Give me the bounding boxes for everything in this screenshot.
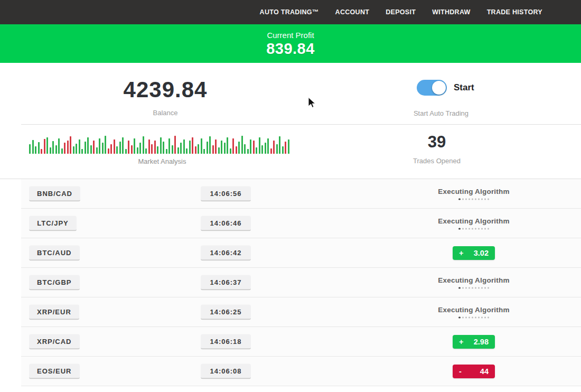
chart-bar <box>157 146 158 154</box>
chart-bar <box>238 142 240 154</box>
chart-bar <box>148 139 150 154</box>
trade-row: LTC/JPY14:06:46Executing Algorithm <box>21 209 581 238</box>
chart-bar <box>151 144 153 154</box>
chart-bar <box>46 137 48 154</box>
progress-dot <box>481 317 483 319</box>
chart-bar <box>145 148 147 154</box>
chart-bar <box>110 144 112 154</box>
trades-list: BNB/CAD14:06:56Executing AlgorithmLTC/JP… <box>0 179 581 386</box>
current-profit-label: Current Profit <box>267 31 314 40</box>
chart-bar <box>119 142 121 154</box>
chart-bar <box>67 141 69 154</box>
toggle-knob[interactable] <box>432 81 446 95</box>
chart-bar <box>259 137 260 154</box>
progress-dot <box>465 287 467 289</box>
trade-row: BTC/AUD14:06:42+3.02 <box>21 238 581 268</box>
executing-label: Executing Algorithm <box>421 276 527 284</box>
progress-dot <box>481 199 483 200</box>
chart-bar <box>32 140 34 154</box>
nav-item-auto-trading[interactable]: AUTO TRADING™ <box>260 8 319 16</box>
market-analysis-label: Market Analysis <box>57 157 268 165</box>
chart-bar <box>61 148 63 154</box>
start-auto-trading-label: Start Auto Trading <box>388 109 494 117</box>
progress-dot <box>478 287 480 289</box>
chart-bar <box>44 139 45 154</box>
progress-dot <box>488 287 489 289</box>
progress-dots <box>421 228 527 230</box>
time-chip: 14:06:46 <box>201 216 251 231</box>
chart-bar <box>38 142 40 154</box>
chart-bar <box>50 147 51 154</box>
chart-bar <box>76 144 77 154</box>
progress-dot <box>462 199 464 200</box>
trade-row: XRP/EUR14:06:25Executing Algorithm <box>21 297 581 327</box>
top-nav: AUTO TRADING™ACCOUNTDEPOSITWITHDRAWTRADE… <box>0 0 581 24</box>
section-divider <box>21 124 581 125</box>
chart-bar <box>116 146 118 154</box>
chart-bar <box>203 149 205 154</box>
market-analysis-chart <box>29 134 296 154</box>
pair-chip: BTC/AUD <box>29 245 80 260</box>
trade-row: BNB/CAD14:06:56Executing Algorithm <box>21 179 581 209</box>
progress-dot <box>468 317 470 319</box>
chart-bar <box>207 142 208 154</box>
time-chip: 14:06:42 <box>201 245 251 260</box>
trade-status: +2.98 <box>421 335 527 349</box>
trade-status: Executing Algorithm <box>421 187 527 200</box>
chart-bar <box>174 136 176 154</box>
chart-bar <box>189 141 191 154</box>
progress-dot <box>458 316 461 319</box>
chart-bar <box>93 141 95 154</box>
nav-item-withdraw[interactable]: WITHDRAW <box>432 8 471 16</box>
trade-status: Executing Algorithm <box>421 217 527 230</box>
chart-bar <box>224 143 226 154</box>
chart-bar <box>125 149 127 154</box>
chart-bar <box>163 142 164 154</box>
chart-bar <box>85 142 86 154</box>
progress-dot <box>465 228 467 230</box>
executing-label: Executing Algorithm <box>421 217 527 225</box>
chart-bar <box>81 149 83 154</box>
chart-bar <box>55 145 57 154</box>
progress-dot <box>481 287 483 289</box>
progress-dot <box>472 287 473 289</box>
chart-bar <box>90 145 92 154</box>
chart-bar <box>134 138 135 154</box>
progress-dot <box>475 228 476 230</box>
pair-chip: XRP/CAD <box>29 334 80 349</box>
auto-trading-toggle[interactable] <box>417 80 447 96</box>
time-chip: 14:06:18 <box>201 334 251 349</box>
trade-status: Executing Algorithm <box>421 276 527 289</box>
nav-item-trade-history[interactable]: TRADE HISTORY <box>487 8 542 16</box>
chart-bar <box>128 141 129 154</box>
time-chip: 14:06:25 <box>201 304 251 320</box>
chart-bar <box>87 137 89 154</box>
chart-bar <box>73 146 74 154</box>
progress-dot <box>468 228 470 230</box>
chart-bar <box>195 146 196 154</box>
trade-row: BTC/GBP14:06:37Executing Algorithm <box>21 268 581 297</box>
progress-dot <box>484 228 486 230</box>
progress-dot <box>472 199 473 200</box>
progress-dot <box>488 228 489 230</box>
progress-dot <box>478 199 480 200</box>
chart-bar <box>70 136 71 154</box>
trade-status: Executing Algorithm <box>421 305 527 319</box>
chart-bar <box>168 138 170 154</box>
chart-bar <box>35 146 36 154</box>
nav-item-account[interactable]: ACCOUNT <box>335 8 370 16</box>
nav-item-deposit[interactable]: DEPOSIT <box>386 8 416 16</box>
chart-bar <box>250 139 251 154</box>
chart-bar <box>102 143 104 154</box>
chart-bar <box>105 136 106 154</box>
chart-bar <box>99 138 100 154</box>
chart-bar <box>232 138 234 154</box>
mouse-cursor <box>308 97 316 108</box>
chart-bar <box>41 149 42 154</box>
trade-row: XRP/CAD14:06:18+2.98 <box>21 327 581 357</box>
chart-bar <box>183 139 185 154</box>
chart-bar <box>267 138 269 154</box>
time-chip: 14:06:08 <box>201 363 251 379</box>
progress-dot <box>484 317 486 319</box>
pair-chip: XRP/EUR <box>29 304 79 320</box>
